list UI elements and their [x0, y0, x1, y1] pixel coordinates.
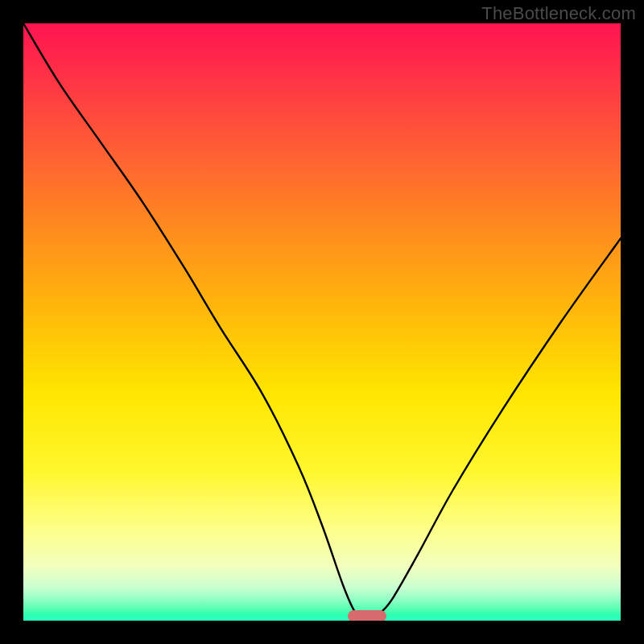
watermark-text: TheBottleneck.com	[481, 3, 636, 24]
plot-area	[23, 23, 621, 621]
bottleneck-curve	[23, 23, 621, 621]
chart-frame: TheBottleneck.com	[0, 0, 644, 644]
optimal-marker	[348, 610, 386, 621]
